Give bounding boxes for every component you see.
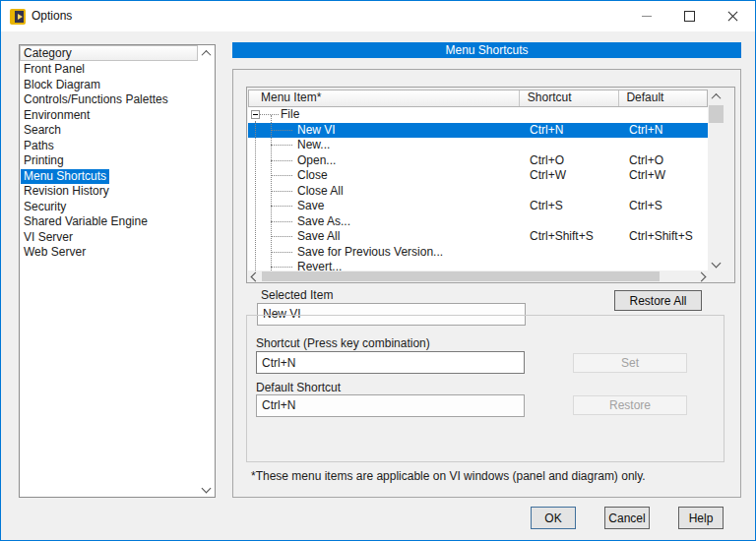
category-item[interactable]: Environment: [20, 108, 198, 124]
category-item[interactable]: Front Panel: [20, 62, 198, 78]
column-header-default[interactable]: Default: [619, 90, 707, 106]
help-button[interactable]: Help: [678, 507, 724, 529]
shortcut-cell: [522, 184, 622, 200]
shortcut-cell: Ctrl+N: [522, 123, 622, 139]
restore-all-button[interactable]: Restore All: [614, 290, 702, 311]
scroll-down-button[interactable]: [708, 256, 724, 270]
scroll-up-button[interactable]: [708, 90, 724, 104]
title-bar: Options: [1, 1, 755, 31]
set-button[interactable]: Set: [573, 353, 687, 373]
window-title: Options: [32, 9, 72, 23]
category-scroll-down-button[interactable]: [198, 480, 215, 496]
category-item[interactable]: Revision History: [20, 184, 198, 200]
table-row[interactable]: CloseCtrl+WCtrl+W: [248, 168, 708, 184]
chevron-down-icon: [202, 483, 212, 493]
horizontal-scrollbar-thumb[interactable]: [262, 271, 660, 281]
category-item-label: Security: [21, 200, 69, 215]
menu-item-cell: New VI: [248, 123, 522, 139]
shortcut-cell: Ctrl+S: [522, 199, 622, 214]
category-column-header[interactable]: Category: [20, 45, 198, 61]
table-horizontal-scrollbar[interactable]: [248, 270, 708, 282]
table-row[interactable]: Revert...: [248, 260, 708, 270]
default-cell: Ctrl+O: [622, 153, 708, 169]
table-vertical-scrollbar[interactable]: [708, 90, 724, 270]
category-item-label: Printing: [21, 153, 67, 169]
shortcut-cell: Ctrl+Shift+S: [522, 229, 622, 245]
default-cell: [622, 260, 708, 270]
shortcut-cell: [522, 260, 622, 270]
table-row[interactable]: New VICtrl+NCtrl+N: [248, 123, 708, 139]
category-item[interactable]: VI Server: [20, 230, 198, 246]
category-item-label: Shared Variable Engine: [21, 214, 151, 230]
category-item[interactable]: Search: [20, 123, 198, 139]
restore-button[interactable]: Restore: [573, 395, 687, 415]
column-header-shortcut[interactable]: Shortcut: [520, 90, 620, 106]
cancel-button[interactable]: Cancel: [604, 507, 650, 529]
default-cell: [622, 184, 708, 200]
table-row[interactable]: Save for Previous Version...: [248, 245, 708, 261]
scroll-left-button[interactable]: [248, 270, 262, 282]
maximize-button[interactable]: [667, 1, 712, 31]
default-cell: [622, 245, 708, 261]
chevron-right-icon: [696, 271, 706, 281]
menu-item-label: Save for Previous Version...: [297, 245, 443, 261]
tree-branch-line: [271, 221, 292, 222]
menu-item-label: Revert...: [297, 260, 342, 270]
tree-branch-line: [271, 160, 292, 161]
column-header-menu-item[interactable]: Menu Item*: [249, 90, 520, 106]
category-item[interactable]: Printing: [20, 153, 198, 169]
table-row[interactable]: New...: [248, 138, 708, 153]
tree-branch-line: [271, 267, 292, 268]
category-scroll-up-button[interactable]: [198, 45, 215, 61]
labview-app-icon-arrow: [18, 14, 23, 20]
category-item[interactable]: Paths: [20, 139, 198, 154]
menu-item-cell: Revert...: [248, 260, 522, 270]
selected-item-label: Selected Item: [261, 288, 333, 302]
category-item[interactable]: Web Server: [20, 245, 198, 261]
shortcut-table: Menu Item* Shortcut Default FileNew VICt…: [246, 87, 735, 283]
menu-shortcuts-panel: Menu Item* Shortcut Default FileNew VICt…: [232, 69, 741, 498]
menu-item-label: File: [281, 107, 299, 123]
category-item-label: Controls/Functions Palettes: [21, 92, 171, 108]
table-row[interactable]: Save As...: [248, 214, 708, 230]
table-row[interactable]: Open...Ctrl+OCtrl+O: [248, 153, 708, 169]
category-item[interactable]: Shared Variable Engine: [20, 214, 198, 230]
default-shortcut-label: Default Shortcut: [256, 381, 341, 394]
category-item[interactable]: Block Diagram: [20, 78, 198, 93]
table-row[interactable]: Save AllCtrl+Shift+SCtrl+Shift+S: [248, 229, 708, 245]
default-cell: [622, 107, 708, 123]
category-item-label: VI Server: [21, 230, 76, 246]
shortcut-cell: Ctrl+W: [522, 168, 622, 184]
menu-item-cell: Save for Previous Version...: [248, 245, 522, 261]
table-row[interactable]: SaveCtrl+SCtrl+S: [248, 199, 708, 214]
close-button[interactable]: [711, 1, 755, 31]
table-row[interactable]: Close All: [248, 184, 708, 200]
ok-button[interactable]: OK: [531, 507, 576, 529]
table-body: FileNew VICtrl+NCtrl+NNew...Open...Ctrl+…: [248, 107, 708, 270]
menu-item-cell: New...: [248, 138, 522, 153]
minimize-button[interactable]: [624, 1, 668, 31]
menu-item-cell: Close All: [248, 184, 522, 200]
tree-branch-line: [271, 252, 292, 253]
shortcut-input[interactable]: [256, 351, 525, 374]
shortcut-cell: [522, 245, 622, 261]
tree-branch-line: [271, 236, 292, 237]
page-title: Menu Shortcuts: [232, 42, 741, 58]
category-item-label: Block Diagram: [21, 78, 103, 93]
scroll-right-button[interactable]: [694, 270, 708, 282]
default-shortcut-value: Ctrl+N: [256, 394, 525, 417]
table-row[interactable]: File: [248, 107, 708, 123]
category-item-label: Menu Shortcuts: [21, 169, 109, 185]
category-list: Front PanelBlock DiagramControls/Functio…: [20, 62, 198, 497]
category-item[interactable]: Controls/Functions Palettes: [20, 92, 198, 108]
vertical-scrollbar-thumb[interactable]: [709, 105, 724, 123]
category-item[interactable]: Security: [20, 200, 198, 215]
menu-item-label: Close: [297, 168, 328, 184]
category-item[interactable]: Menu Shortcuts: [20, 169, 198, 185]
tree-collapse-icon[interactable]: [251, 110, 260, 119]
shortcut-cell: Ctrl+O: [522, 153, 622, 169]
chevron-down-icon: [712, 259, 722, 269]
chevron-up-icon: [712, 93, 722, 103]
menu-item-label: New VI: [297, 123, 336, 139]
category-item-label: Revision History: [21, 184, 112, 200]
